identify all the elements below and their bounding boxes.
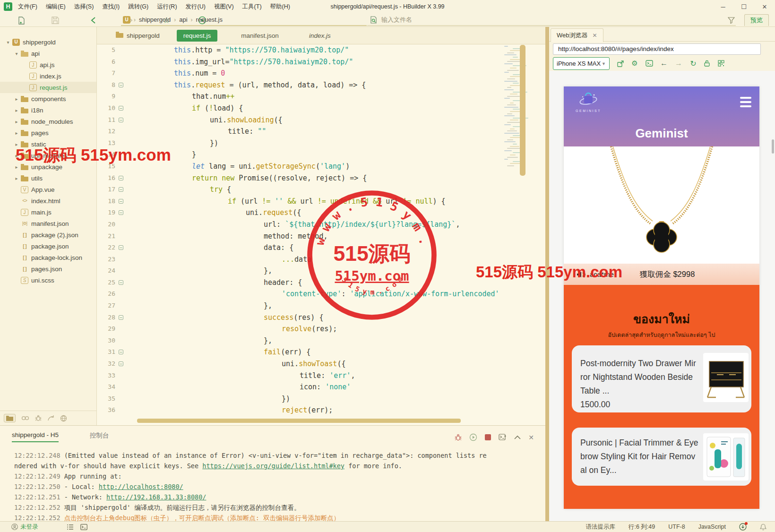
expander-icon[interactable]: ▾ xyxy=(5,40,11,45)
plugins-icon[interactable] xyxy=(60,415,67,422)
fold-marker-icon[interactable]: − xyxy=(119,106,123,111)
expander-icon[interactable]: ▸ xyxy=(13,164,20,170)
terminal-icon[interactable] xyxy=(80,524,87,530)
expander-icon[interactable]: ▸ xyxy=(13,119,20,124)
minimap[interactable] xyxy=(504,46,520,173)
fold-marker-icon[interactable]: − xyxy=(119,118,123,122)
debug-view-icon[interactable] xyxy=(35,415,42,421)
fold-marker-icon[interactable]: − xyxy=(119,350,123,354)
new-file-button[interactable] xyxy=(16,15,27,26)
notifications-bell-icon[interactable] xyxy=(760,523,766,531)
product-card[interactable]: Post-modernity Two Drawer Mirror Nightst… xyxy=(572,345,751,412)
filter-icon[interactable] xyxy=(728,17,735,24)
language-label[interactable]: JavaScript xyxy=(698,523,726,530)
restart-icon[interactable] xyxy=(469,433,477,441)
menu-item[interactable]: 发行(U) xyxy=(186,3,206,11)
tree-item-package-lock-json[interactable]: package-lock.json xyxy=(0,252,96,263)
tree-item-package-2-json[interactable]: package (2).json xyxy=(0,229,96,240)
fold-marker-icon[interactable]: − xyxy=(119,83,123,87)
open-external-icon[interactable] xyxy=(615,58,626,69)
tree-item-pages[interactable]: ▸pages xyxy=(0,127,96,138)
breadcrumb-file[interactable]: request.js xyxy=(196,16,223,23)
commission-banner[interactable]: aca*me 獲取佣金 $2998 xyxy=(564,264,759,285)
tree-item-manifest-json[interactable]: manifest.json xyxy=(0,218,96,229)
collapse-panel-icon[interactable] xyxy=(514,435,521,439)
browser-tab[interactable]: Web浏览器 ✕ xyxy=(551,28,603,42)
browser-scrollbar[interactable] xyxy=(772,139,774,154)
tree-item-package-json[interactable]: package.json xyxy=(0,240,96,252)
menu-item[interactable]: 查找(I) xyxy=(102,3,120,11)
tree-item-main-js[interactable]: main.js xyxy=(0,206,96,218)
pane-splitter[interactable] xyxy=(545,27,549,521)
tree-item-uni-scss[interactable]: uni.scss xyxy=(0,275,96,286)
menu-item[interactable]: 选择(S) xyxy=(74,3,94,11)
expander-icon[interactable]: ▸ xyxy=(13,142,20,147)
tree-item-unpackage[interactable]: ▸unpackage xyxy=(0,161,96,172)
console-tab-project[interactable]: shippergold - H5 xyxy=(12,431,59,442)
maximize-button[interactable]: ☐ xyxy=(733,0,754,13)
menu-item[interactable]: 视图(V) xyxy=(214,3,234,11)
breadcrumb-project[interactable]: shippergold xyxy=(139,16,171,23)
console-tab-console[interactable]: 控制台 xyxy=(90,431,109,440)
expander-icon[interactable]: ▾ xyxy=(13,51,20,56)
tree-item-i18n[interactable]: ▸i18n xyxy=(0,104,96,116)
fold-marker-icon[interactable]: − xyxy=(119,176,123,180)
fold-marker-icon[interactable]: − xyxy=(119,210,123,215)
hamburger-menu-icon[interactable] xyxy=(740,97,751,110)
refresh-icon[interactable]: ↻ xyxy=(688,58,699,69)
close-button[interactable]: ✕ xyxy=(754,0,775,13)
expander-icon[interactable]: ▸ xyxy=(13,96,20,102)
back-button[interactable] xyxy=(88,15,99,26)
editor-tab-request.js[interactable]: request.js xyxy=(177,30,218,42)
fold-marker-icon[interactable]: − xyxy=(119,245,123,250)
tree-item-static[interactable]: ▸static xyxy=(0,138,96,150)
editor-tab-manifest.json[interactable]: manifest.json xyxy=(234,30,285,42)
tree-item-api[interactable]: ▾api xyxy=(0,48,96,59)
qr-code-icon[interactable] xyxy=(715,58,727,69)
log-link[interactable]: http://localhost:8080/ xyxy=(99,483,183,490)
update-download-icon[interactable] xyxy=(739,523,747,531)
tree-item-pages-json[interactable]: pages.json xyxy=(0,263,96,275)
menu-item[interactable]: 编辑(E) xyxy=(46,3,66,11)
search-view-icon[interactable] xyxy=(21,415,29,421)
nav-back-icon[interactable]: ← xyxy=(658,58,670,69)
tree-item-api-js[interactable]: api.js xyxy=(0,59,96,70)
fold-marker-icon[interactable]: − xyxy=(119,199,123,204)
tree-item-node-modules[interactable]: ▸node_modules xyxy=(0,116,96,127)
tree-item-index-html[interactable]: index.html xyxy=(0,195,96,206)
tree-item-index-js[interactable]: index.js xyxy=(0,70,96,82)
menu-item[interactable]: 文件(F) xyxy=(18,3,37,11)
expander-icon[interactable]: ▸ xyxy=(13,153,20,158)
fold-marker-icon[interactable]: − xyxy=(119,315,123,320)
menu-item[interactable]: 运行(R) xyxy=(157,3,177,11)
file-search-input[interactable]: 输入文件名 xyxy=(367,14,736,26)
expander-icon[interactable]: ▸ xyxy=(13,108,20,113)
tree-item-utils[interactable]: ▸utils xyxy=(0,172,96,184)
tree-item-shippergold[interactable]: ▾shippergold xyxy=(0,36,96,48)
expander-icon[interactable]: ▸ xyxy=(13,130,20,136)
close-tab-icon[interactable]: ✕ xyxy=(593,32,597,39)
stop-icon[interactable] xyxy=(485,434,491,440)
breadcrumb-folder[interactable]: api xyxy=(179,16,187,23)
horizontal-scrollbar[interactable] xyxy=(137,419,461,423)
login-status[interactable]: 未登录 xyxy=(11,523,38,531)
new-terminal-icon[interactable] xyxy=(499,434,507,441)
fold-marker-icon[interactable]: − xyxy=(119,280,123,285)
settings-gear-icon[interactable]: ⚙ xyxy=(629,58,640,69)
expander-icon[interactable]: ▸ xyxy=(13,176,20,181)
menu-item[interactable]: 工具(T) xyxy=(242,3,262,11)
tree-item-request-js[interactable]: request.js xyxy=(0,82,96,93)
files-view-icon[interactable] xyxy=(4,414,16,422)
log-link[interactable]: http://192.168.31.33:8080/ xyxy=(106,493,206,501)
encoding-label[interactable]: UTF-8 xyxy=(668,523,685,530)
source-control-icon[interactable] xyxy=(47,415,54,421)
editor-tab-index.js[interactable]: index.js xyxy=(302,30,337,42)
close-panel-icon[interactable]: ✕ xyxy=(528,434,534,441)
code-area[interactable]: 5this.http = "https://570.haiwaiym20.top… xyxy=(97,44,545,420)
syntax-lib-label[interactable]: 语法提示库 xyxy=(586,523,615,531)
menu-item[interactable]: 帮助(H) xyxy=(270,3,290,11)
tree-item-uni-modules[interactable]: ▸uni_modules xyxy=(0,150,96,161)
console-window-icon[interactable] xyxy=(644,58,655,69)
tree-item-components[interactable]: ▸components xyxy=(0,93,96,104)
log-link[interactable]: https://vuejs.org/guide/list.html#key xyxy=(202,462,344,470)
